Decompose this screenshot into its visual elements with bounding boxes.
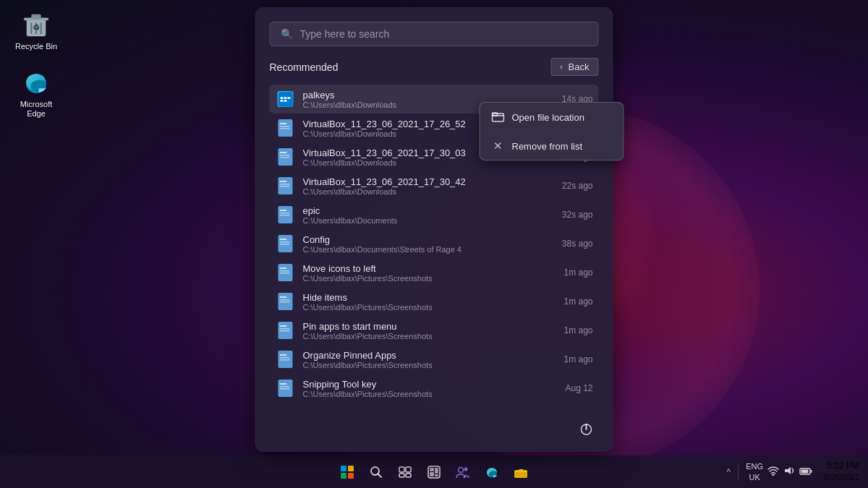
win-quad-4 bbox=[348, 473, 354, 479]
svg-rect-65 bbox=[430, 468, 434, 471]
file-time: 1m ago bbox=[563, 296, 592, 307]
file-list: palkeys C:\Users\dlbax\Downloads 14s ago bbox=[270, 85, 599, 403]
svg-rect-62 bbox=[399, 474, 404, 477]
svg-rect-19 bbox=[280, 128, 290, 129]
taskbar-search-button[interactable] bbox=[363, 459, 389, 485]
taskbar-right: ^ ENG UK bbox=[727, 460, 859, 483]
clock-date: 8/25/2021 bbox=[824, 472, 859, 483]
recycle-bin-label: Recycle Bin bbox=[15, 42, 57, 51]
list-item[interactable]: Snipping Tool key C:\Users\dlbax\Picture… bbox=[270, 374, 599, 403]
svg-rect-51 bbox=[280, 359, 290, 361]
svg-rect-10 bbox=[284, 97, 287, 99]
recycle-bin-icon[interactable]: ♻ Recycle Bin bbox=[11, 7, 61, 54]
file-time: 1m ago bbox=[563, 354, 592, 364]
speaker-icon[interactable] bbox=[783, 466, 795, 478]
file-time: Aug 12 bbox=[565, 383, 592, 393]
windows-start-button[interactable] bbox=[334, 459, 360, 485]
microsoft-edge-icon[interactable]: Microsoft Edge bbox=[11, 65, 61, 121]
list-item[interactable]: epic C:\Users\dlbax\Documents 32s ago bbox=[270, 200, 599, 229]
file-name: Config bbox=[303, 234, 556, 245]
file-icon bbox=[276, 291, 296, 312]
file-name: Move icons to left bbox=[303, 263, 558, 274]
svg-rect-31 bbox=[280, 215, 290, 216]
svg-rect-23 bbox=[280, 157, 290, 158]
wifi-icon[interactable] bbox=[767, 466, 779, 478]
taskbar-task-view-button[interactable] bbox=[392, 459, 418, 485]
list-item[interactable]: Config C:\Users\dlbax\Documents\Streets … bbox=[270, 229, 599, 258]
file-name: epic bbox=[303, 205, 556, 216]
back-button[interactable]: ‹ Back bbox=[550, 58, 598, 76]
list-item[interactable]: Move icons to left C:\Users\dlbax\Pictur… bbox=[270, 258, 599, 287]
file-time: 1m ago bbox=[563, 267, 592, 278]
file-icon bbox=[276, 176, 296, 196]
svg-rect-43 bbox=[280, 301, 290, 303]
close-x-icon: ✕ bbox=[492, 140, 505, 153]
search-bar[interactable]: 🔍 Type here to search bbox=[270, 22, 599, 46]
start-menu-footer bbox=[255, 410, 613, 452]
svg-rect-42 bbox=[280, 299, 290, 301]
svg-rect-38 bbox=[280, 270, 290, 272]
taskbar-edge-button[interactable] bbox=[479, 459, 505, 485]
file-name: palkeys bbox=[303, 90, 556, 100]
win-quad-1 bbox=[341, 466, 346, 471]
file-path: C:\Users\dlbax\Pictures\Screenshots bbox=[303, 332, 558, 341]
list-item[interactable]: VirtualBox_11_23_06_2021_17_30_42 C:\Use… bbox=[270, 171, 599, 200]
svg-rect-66 bbox=[435, 468, 438, 474]
svg-rect-54 bbox=[280, 386, 290, 388]
file-info: epic C:\Users\dlbax\Documents bbox=[303, 205, 556, 225]
svg-rect-47 bbox=[280, 330, 290, 332]
system-clock[interactable]: 5:22 PM 8/25/2021 bbox=[824, 460, 859, 483]
svg-rect-75 bbox=[801, 469, 809, 473]
svg-rect-68 bbox=[435, 474, 438, 476]
folder-open-icon bbox=[492, 110, 505, 125]
svg-rect-30 bbox=[280, 213, 290, 214]
file-icon bbox=[276, 234, 296, 254]
svg-point-70 bbox=[464, 467, 468, 471]
svg-rect-21 bbox=[280, 152, 287, 153]
svg-rect-53 bbox=[280, 383, 287, 385]
svg-rect-37 bbox=[280, 267, 287, 269]
taskbar-widgets-button[interactable] bbox=[421, 459, 447, 485]
file-path: C:\Users\dlbax\Pictures\Screenshots bbox=[303, 390, 560, 398]
open-file-location-item[interactable]: Open file location bbox=[480, 103, 624, 132]
svg-rect-14 bbox=[493, 114, 504, 121]
file-info: Move icons to left C:\Users\dlbax\Pictur… bbox=[303, 263, 558, 283]
recommended-header: Recommended ‹ Back bbox=[270, 58, 599, 76]
microsoft-edge-label: Microsoft Edge bbox=[14, 100, 59, 119]
svg-point-73 bbox=[773, 474, 775, 476]
list-item[interactable]: palkeys C:\Users\dlbax\Downloads 14s ago bbox=[270, 85, 599, 114]
language-code: ENG bbox=[746, 461, 763, 471]
taskbar-explorer-button[interactable] bbox=[508, 459, 534, 485]
taskbar-center bbox=[334, 459, 534, 485]
battery-icon[interactable] bbox=[799, 466, 812, 478]
list-item[interactable]: Organize Pinned Apps C:\Users\dlbax\Pict… bbox=[270, 345, 599, 374]
power-button[interactable] bbox=[574, 417, 599, 442]
file-icon bbox=[276, 205, 296, 225]
file-icon bbox=[276, 320, 296, 341]
region-code: UK bbox=[746, 472, 763, 482]
svg-rect-33 bbox=[280, 239, 287, 240]
remove-from-list-item[interactable]: ✕ Remove from list bbox=[480, 132, 624, 160]
svg-rect-9 bbox=[281, 97, 284, 99]
file-path: C:\Users\dlbax\Pictures\Screenshots bbox=[303, 303, 558, 312]
file-info: Pin apps to start menu C:\Users\dlbax\Pi… bbox=[303, 321, 558, 341]
file-time: 1m ago bbox=[563, 325, 592, 335]
svg-rect-13 bbox=[284, 100, 287, 102]
file-name: Hide items bbox=[303, 292, 558, 303]
windows-logo bbox=[341, 466, 354, 479]
clock-time: 5:22 PM bbox=[824, 460, 859, 472]
file-icon bbox=[276, 349, 296, 369]
file-time: 32s ago bbox=[562, 210, 593, 220]
language-icon: ENG UK bbox=[746, 461, 763, 482]
list-item[interactable]: Hide items C:\Users\dlbax\Pictures\Scree… bbox=[270, 287, 599, 316]
chevron-left-icon: ‹ bbox=[560, 63, 562, 71]
taskbar-teams-button[interactable] bbox=[450, 459, 476, 485]
file-path: C:\Users\dlbax\Pictures\Screenshots bbox=[303, 274, 558, 283]
svg-rect-67 bbox=[430, 472, 434, 476]
svg-line-59 bbox=[378, 474, 382, 477]
system-tray-chevron[interactable]: ^ bbox=[727, 467, 731, 477]
list-item[interactable]: Pin apps to start menu C:\Users\dlbax\Pi… bbox=[270, 316, 599, 345]
svg-rect-26 bbox=[280, 184, 290, 185]
svg-rect-11 bbox=[288, 97, 291, 99]
recommended-title: Recommended bbox=[270, 61, 339, 73]
